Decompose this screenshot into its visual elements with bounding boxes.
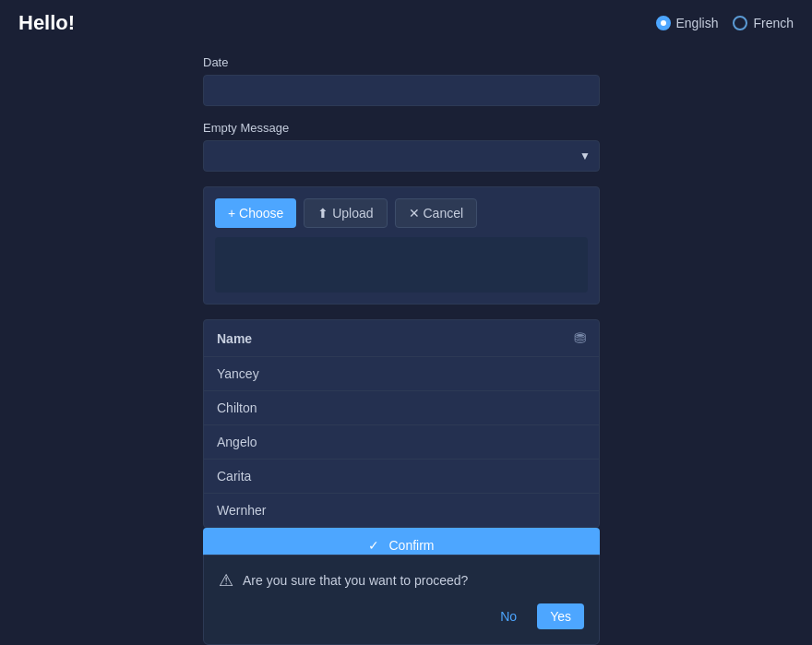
empty-message-select[interactable] xyxy=(203,140,600,172)
row-name-2: Chilton xyxy=(217,400,257,415)
table-row[interactable]: Carita xyxy=(204,460,599,494)
confirm-dialog: ⚠ Are you sure that you want to proceed?… xyxy=(203,555,600,645)
french-label: French xyxy=(753,16,794,30)
table-row[interactable]: Wernher xyxy=(204,494,599,527)
row-name-5: Wernher xyxy=(217,503,266,518)
table-row[interactable]: Chilton xyxy=(204,391,599,425)
row-name-3: Angelo xyxy=(217,435,257,449)
date-input[interactable] xyxy=(203,75,600,106)
row-name-4: Carita xyxy=(217,469,251,484)
name-column-header: Name xyxy=(217,331,252,346)
table-header: Name ⛃ xyxy=(204,320,599,357)
cancel-label: ✕ Cancel xyxy=(409,206,463,221)
row-name-1: Yancey xyxy=(217,366,259,381)
upload-button[interactable]: ⬆ Upload xyxy=(304,198,387,228)
empty-message-select-wrapper: ▼ xyxy=(203,140,600,172)
table-row[interactable]: Yancey xyxy=(204,357,599,391)
file-section: + Choose ⬆ Upload ✕ Cancel xyxy=(203,186,600,305)
dialog-message-text: Are you sure that you want to proceed? xyxy=(243,573,468,588)
date-label: Date xyxy=(203,55,600,69)
french-option[interactable]: French xyxy=(733,16,794,30)
table-section: Name ⛃ Yancey Chilton Angelo Carita Wern… xyxy=(203,319,600,528)
empty-message-label: Empty Message xyxy=(203,121,600,135)
dialog-actions: No Yes xyxy=(219,603,584,629)
dialog-message-area: ⚠ Are you sure that you want to proceed? xyxy=(219,570,584,591)
header: Hello! English French xyxy=(0,0,812,46)
no-button[interactable]: No xyxy=(487,603,530,629)
cancel-button[interactable]: ✕ Cancel xyxy=(395,198,477,228)
warning-icon: ⚠ xyxy=(219,570,233,591)
empty-message-group: Empty Message ▼ xyxy=(203,121,600,172)
upload-label: ⬆ Upload xyxy=(317,206,373,221)
language-switcher: English French xyxy=(656,16,794,30)
file-buttons: + Choose ⬆ Upload ✕ Cancel xyxy=(215,198,588,228)
english-radio[interactable] xyxy=(656,16,671,30)
main-content: Date Empty Message ▼ + Choose ⬆ Upload ✕… xyxy=(0,46,812,572)
english-label: English xyxy=(676,16,719,30)
french-radio[interactable] xyxy=(733,16,747,30)
yes-button[interactable]: Yes xyxy=(537,603,584,629)
confirm-label: Confirm xyxy=(388,538,434,553)
date-group: Date xyxy=(203,55,600,106)
app-title: Hello! xyxy=(18,11,75,35)
check-icon: ✓ xyxy=(368,538,379,553)
english-option[interactable]: English xyxy=(656,16,719,30)
table-row[interactable]: Angelo xyxy=(204,425,599,460)
choose-label: + Choose xyxy=(228,206,283,221)
choose-button[interactable]: + Choose xyxy=(215,198,296,228)
file-drop-area xyxy=(215,237,588,293)
filter-icon[interactable]: ⛃ xyxy=(574,329,586,347)
